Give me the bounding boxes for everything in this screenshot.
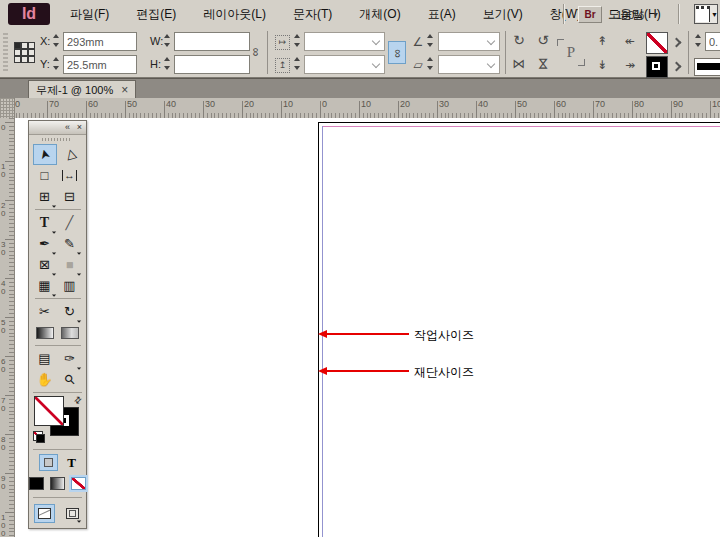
document-tab[interactable]: 무제-1 @ 100% × <box>28 80 136 99</box>
tab-close-icon[interactable]: × <box>121 85 128 95</box>
y-spinner[interactable] <box>52 55 61 72</box>
default-fill-stroke-icon[interactable] <box>33 431 45 443</box>
pencil-tool[interactable]: ✎ <box>58 233 82 254</box>
menu-window[interactable]: 창(W) <box>550 6 581 23</box>
gap-tool[interactable]: ↔ <box>58 165 82 186</box>
zoom-tool[interactable]: ⚲ <box>58 369 82 390</box>
bridge-button[interactable]: Br <box>578 6 602 23</box>
direct-selection-tool[interactable]: ▷ <box>58 144 82 165</box>
content-collector-tool[interactable]: ⊞ <box>33 186 57 207</box>
scale-x-combo[interactable] <box>304 32 385 51</box>
note-tool[interactable]: ▤ <box>33 348 57 369</box>
fill-swatch[interactable] <box>646 32 668 54</box>
reference-point[interactable] <box>28 42 35 49</box>
preview-view-button[interactable] <box>63 505 82 522</box>
tools-panel-header[interactable]: « × <box>29 121 86 135</box>
rotation-spinner[interactable] <box>426 32 435 49</box>
menu-edit[interactable]: 편집(E) <box>136 6 176 23</box>
zoom-level-dropdown[interactable]: 100% ▼ <box>616 6 659 23</box>
formatting-affects-container-button[interactable] <box>39 454 58 471</box>
reference-point[interactable] <box>14 49 21 56</box>
panel-grip[interactable] <box>3 33 8 72</box>
width-field[interactable] <box>174 32 250 51</box>
normal-view-button[interactable] <box>34 504 55 523</box>
horizontal-ruler[interactable]: 80706050403020100102030405060708090100 <box>0 98 720 119</box>
h-spinner[interactable] <box>163 55 172 72</box>
rotation-angle-icon: ∠ <box>410 34 426 50</box>
reference-point-proxy[interactable] <box>14 42 36 64</box>
select-previous-object-button[interactable]: ↞ <box>622 33 638 49</box>
stroke-swatch[interactable] <box>646 56 668 78</box>
type-tool[interactable]: T <box>33 212 57 233</box>
reference-point[interactable] <box>14 56 21 63</box>
apply-none-button[interactable] <box>71 477 86 490</box>
scissors-tool[interactable]: ✂ <box>33 301 57 322</box>
height-field[interactable] <box>174 55 250 74</box>
scale-y-combo[interactable] <box>304 55 385 74</box>
reference-point[interactable] <box>21 49 28 56</box>
menu-table[interactable]: 표(A) <box>428 6 456 23</box>
close-panel-icon[interactable]: × <box>77 121 82 133</box>
select-container-p-button[interactable]: P <box>557 39 585 66</box>
constrain-scale-chain-button[interactable]: ∞ <box>388 41 406 64</box>
fill-flyout-chevron-icon[interactable] <box>672 38 680 46</box>
gradient-swatch-tool[interactable] <box>33 322 57 343</box>
stroke-weight-spinner[interactable] <box>694 32 703 49</box>
reference-point[interactable] <box>21 56 28 63</box>
menu-view[interactable]: 보기(V) <box>483 6 523 23</box>
rotate-ccw-button[interactable]: ↺ <box>535 32 551 48</box>
collapse-panel-icon[interactable]: « <box>65 121 70 133</box>
hand-tool[interactable]: ✋ <box>33 369 57 390</box>
flip-vertical-button[interactable]: ⋈ <box>535 56 551 72</box>
workspace-switcher-icon[interactable]: ▼ <box>694 4 718 24</box>
x-spinner[interactable] <box>52 32 61 49</box>
eyedropper-tool[interactable]: ✑ <box>58 348 82 369</box>
line-tool[interactable]: ╱ <box>58 212 82 233</box>
free-transform-tool[interactable]: ↻ <box>58 301 82 322</box>
selection-tool[interactable]: ➤ <box>33 144 57 165</box>
content-placer-tool[interactable]: ⊟ <box>58 186 82 207</box>
menu-type[interactable]: 문자(T) <box>293 6 332 23</box>
scale-x-spinner[interactable] <box>293 32 302 49</box>
menu-layout[interactable]: 레이아웃(L) <box>203 6 266 23</box>
rotation-combo[interactable] <box>438 32 500 51</box>
menu-file[interactable]: 파일(F) <box>70 6 109 23</box>
select-container-button[interactable]: ↟ <box>594 33 610 49</box>
rectangle-tool[interactable]: ■ <box>58 254 82 275</box>
formatting-affects-text-button[interactable]: T <box>67 455 76 471</box>
ruler-origin-corner[interactable] <box>0 98 15 119</box>
select-content-button[interactable]: ↡ <box>594 57 610 73</box>
menu-object[interactable]: 개체(O) <box>359 6 400 23</box>
frame-tool[interactable]: ⊠ <box>33 254 57 275</box>
stroke-type-dropdown[interactable] <box>694 58 720 76</box>
x-position-field[interactable] <box>63 32 137 51</box>
stroke-flyout-chevron-icon[interactable] <box>672 62 680 70</box>
fill-indicator[interactable] <box>34 396 64 426</box>
w-spinner[interactable] <box>163 32 172 49</box>
vertical-grid-tool[interactable]: ▥ <box>58 275 82 296</box>
panel-drag-grip[interactable] <box>29 135 86 144</box>
pen-tool[interactable]: ✒ <box>33 233 57 254</box>
stroke-weight-field[interactable] <box>705 32 720 51</box>
constrain-wh-chain-icon[interactable]: ∞ <box>248 44 264 60</box>
reference-point[interactable] <box>21 42 28 49</box>
rotate-cw-button[interactable]: ↻ <box>511 32 527 48</box>
scale-y-spinner[interactable] <box>293 55 302 72</box>
apply-color-button[interactable] <box>29 477 44 490</box>
y-position-field[interactable] <box>63 55 137 74</box>
h-ruler-label: 70 <box>595 99 605 109</box>
shear-combo[interactable] <box>438 55 500 74</box>
select-next-object-button[interactable]: ↠ <box>622 57 638 73</box>
reference-point[interactable] <box>28 49 35 56</box>
vertical-ruler[interactable]: 0102030405060708090100 <box>0 118 15 537</box>
document-canvas[interactable]: 작업사이즈 재단사이즈 0102030405060708090100 « × ➤… <box>0 118 720 537</box>
swap-fill-stroke-icon[interactable]: ⇄ <box>72 394 84 406</box>
flip-horizontal-button[interactable]: ⋈ <box>511 56 527 72</box>
reference-point[interactable] <box>14 42 21 49</box>
gradient-feather-tool[interactable] <box>58 322 82 343</box>
page-tool[interactable]: □ <box>33 165 57 186</box>
reference-point[interactable] <box>28 56 35 63</box>
horizontal-grid-tool[interactable]: ▦ <box>33 275 57 296</box>
shear-spinner[interactable] <box>426 55 435 72</box>
apply-gradient-button[interactable] <box>50 477 65 490</box>
